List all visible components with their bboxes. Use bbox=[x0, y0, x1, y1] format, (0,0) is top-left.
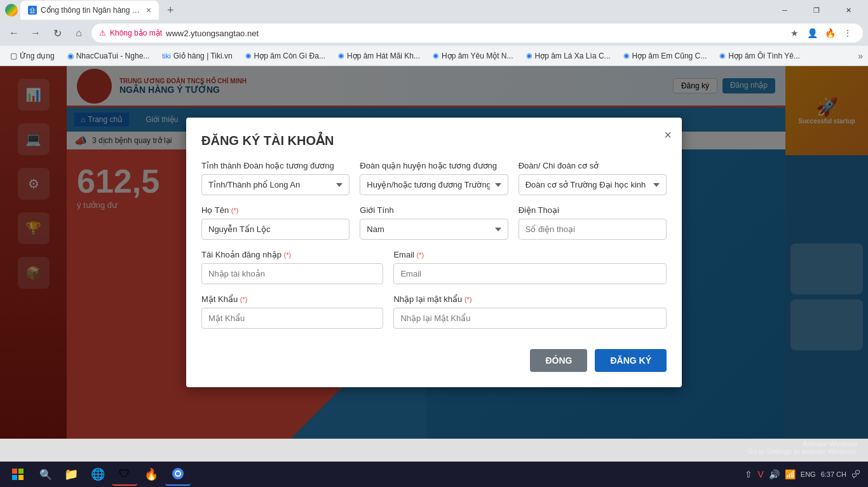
activate-watermark: Activate Windows Go to Settings to activ… bbox=[747, 440, 858, 455]
bookmark-nhaccuatui-label: NhacCuaTui - Nghe... bbox=[76, 51, 150, 60]
gender-select[interactable]: Nam Nữ bbox=[360, 219, 508, 240]
bookmark-hopam6[interactable]: ◉ Hợp âm Ôi Tình Yê... bbox=[714, 50, 805, 62]
district-select[interactable]: Huyện/hoặc tương đương Trường bbox=[360, 174, 508, 195]
taskbar-chrome[interactable] bbox=[165, 463, 191, 486]
browser-tab[interactable]: 🏦 Cổng thông tin Ngân hàng Ý tưở... × bbox=[20, 1, 159, 20]
district-label: Đoàn quận huyện hoặc tương đương bbox=[360, 161, 508, 170]
menu-icon[interactable]: ⋮ bbox=[840, 25, 855, 41]
bookmark-hopam3-label: Hợp âm Yêu Một N... bbox=[442, 51, 513, 60]
close-modal-button[interactable]: ĐÓNG bbox=[530, 349, 587, 372]
tray-notifications-icon[interactable]: 🗪 bbox=[851, 469, 860, 479]
phone-group: Điện Thoại bbox=[519, 205, 667, 240]
reload-button[interactable]: ↻ bbox=[48, 24, 66, 42]
svg-rect-2 bbox=[12, 475, 17, 480]
bookmark-nhaccuatui[interactable]: ◉ NhacCuaTui - Nghe... bbox=[62, 50, 155, 62]
extension-icon[interactable]: 🔥 bbox=[822, 25, 837, 41]
svg-point-6 bbox=[176, 472, 180, 476]
modal-close-button[interactable]: × bbox=[664, 128, 672, 142]
province-label: Tỉnh thành Đoàn hoặc tương đương bbox=[201, 161, 349, 170]
back-button[interactable]: ← bbox=[5, 24, 23, 42]
tray-time: 6:37 CH bbox=[821, 470, 846, 478]
taskbar-search-button[interactable]: 🔍 bbox=[34, 463, 57, 486]
branch-group: Đoàn/ Chi đoàn cơ sở Đoàn cơ sở Trường Đ… bbox=[519, 161, 667, 195]
province-group: Tỉnh thành Đoàn hoặc tương đương Tỉnh/Th… bbox=[201, 161, 349, 195]
bookmark-hopam3[interactable]: ◉ Hợp âm Yêu Một N... bbox=[428, 50, 518, 62]
profile-icon[interactable]: 👤 bbox=[804, 25, 820, 41]
fullname-required: (*) bbox=[231, 207, 239, 214]
bookmarks-bar: ▢ Ứng dụng ◉ NhacCuaTui - Nghe... tiki G… bbox=[0, 46, 868, 66]
new-tab-button[interactable]: + bbox=[161, 1, 179, 19]
password-group: Mật Khẩu (*) bbox=[201, 294, 383, 329]
email-label: Email (*) bbox=[393, 250, 667, 259]
bookmark-hopam5-label: Hợp âm Em Cũng C... bbox=[632, 51, 707, 60]
tray-network-icon[interactable]: 📶 bbox=[785, 469, 796, 479]
password-input[interactable] bbox=[201, 308, 383, 329]
taskbar: 🔍 📁 🌐 🛡 🔥 ⇧ V 🔊 📶 ENG 6:37 CH 🗪 bbox=[0, 462, 868, 487]
bookmark-star-icon[interactable]: ★ bbox=[787, 25, 802, 41]
taskbar-browser[interactable]: 🌐 bbox=[85, 463, 111, 486]
bookmark-hopam5[interactable]: ◉ Hợp âm Em Cũng C... bbox=[618, 50, 712, 62]
email-group: Email (*) bbox=[393, 250, 667, 284]
tab-title: Cổng thông tin Ngân hàng Ý tưở... bbox=[41, 6, 142, 15]
tab-close-btn[interactable]: × bbox=[146, 5, 151, 15]
svg-rect-3 bbox=[18, 475, 24, 480]
taskbar-firefox[interactable]: 🔥 bbox=[139, 463, 164, 486]
bookmark-hopam2-label: Hợp âm Hát Mãi Kh... bbox=[347, 51, 420, 60]
forward-button[interactable]: → bbox=[27, 24, 44, 42]
svg-rect-0 bbox=[12, 469, 17, 474]
password-label: Mật Khẩu (*) bbox=[201, 294, 383, 304]
close-button[interactable]: ✕ bbox=[834, 0, 863, 20]
modal-overlay: ĐĂNG KÝ TÀI KHOẢN × Tỉnh thành Đoàn hoặc… bbox=[0, 66, 868, 439]
tray-up-icon[interactable]: ⇧ bbox=[745, 469, 752, 479]
fullname-group: Họ Tên (*) bbox=[201, 205, 349, 240]
bookmark-hopam2[interactable]: ◉ Hợp âm Hát Mãi Kh... bbox=[333, 50, 425, 62]
bookmark-hopam4-label: Hợp âm Lá Xa Lìa C... bbox=[535, 51, 611, 60]
confirm-password-label: Nhập lại mật khẩu (*) bbox=[393, 294, 667, 304]
home-button[interactable]: ⌂ bbox=[70, 24, 88, 42]
fullname-label: Họ Tên (*) bbox=[201, 205, 349, 215]
tray-volume-icon[interactable]: 🔊 bbox=[769, 469, 780, 479]
security-warning: Không bảo mật bbox=[110, 29, 162, 38]
maximize-button[interactable]: ❐ bbox=[802, 0, 831, 20]
modal-title: ĐĂNG KÝ TÀI KHOẢN bbox=[201, 133, 667, 148]
gender-group: Giới Tính Nam Nữ bbox=[360, 205, 508, 240]
phone-input[interactable] bbox=[519, 219, 667, 240]
bookmark-tiki-label: Giỏ hàng | Tiki.vn bbox=[173, 51, 233, 60]
registration-modal: ĐĂNG KÝ TÀI KHOẢN × Tỉnh thành Đoàn hoặc… bbox=[186, 118, 682, 387]
username-input[interactable] bbox=[201, 263, 383, 284]
submit-register-button[interactable]: ĐĂNG KÝ bbox=[595, 349, 667, 372]
confirm-password-group: Nhập lại mật khẩu (*) bbox=[393, 294, 667, 329]
url-text: www2.ytuongsangtao.net bbox=[166, 29, 259, 38]
username-label: Tài Khoản đăng nhập (*) bbox=[201, 250, 383, 259]
bookmark-tiki[interactable]: tiki Giỏ hàng | Tiki.vn bbox=[157, 50, 237, 62]
start-button[interactable] bbox=[3, 463, 33, 486]
taskbar-file-explorer[interactable]: 📁 bbox=[58, 463, 84, 486]
email-input[interactable] bbox=[393, 263, 667, 284]
branch-select[interactable]: Đoàn cơ sở Trường Đại học kinh bbox=[519, 174, 667, 195]
bookmark-apps-label: Ứng dụng bbox=[20, 51, 55, 60]
bookmark-hopam6-label: Hợp âm Ôi Tình Yê... bbox=[728, 51, 800, 60]
confirm-password-input[interactable] bbox=[393, 308, 667, 329]
gender-label: Giới Tính bbox=[360, 205, 508, 215]
bookmark-hopam4[interactable]: ◉ Hợp âm Lá Xa Lìa C... bbox=[521, 50, 616, 62]
taskbar-shield[interactable]: 🛡 bbox=[112, 463, 137, 486]
bookmarks-more-icon[interactable]: » bbox=[858, 51, 863, 61]
svg-rect-1 bbox=[18, 469, 24, 474]
province-select[interactable]: Tỉnh/Thành phố Long An bbox=[201, 174, 349, 195]
branch-label: Đoàn/ Chi đoàn cơ sở bbox=[519, 161, 667, 170]
username-group: Tài Khoản đăng nhập (*) bbox=[201, 250, 383, 284]
tray-v-icon[interactable]: V bbox=[757, 469, 763, 479]
fullname-input[interactable] bbox=[201, 219, 349, 240]
system-tray: ⇧ V 🔊 📶 ENG 6:37 CH 🗪 bbox=[740, 469, 865, 479]
bookmark-apps[interactable]: ▢ Ứng dụng bbox=[5, 50, 60, 62]
phone-label: Điện Thoại bbox=[519, 205, 667, 215]
tray-language[interactable]: ENG bbox=[801, 470, 816, 478]
bookmark-hopam1-label: Hợp âm Còn Gì Đa... bbox=[254, 51, 325, 60]
minimize-button[interactable]: ─ bbox=[770, 0, 799, 20]
address-bar[interactable]: ⚠ Không bảo mật www2.ytuongsangtao.net ★… bbox=[92, 24, 863, 43]
district-group: Đoàn quận huyện hoặc tương đương Huyện/h… bbox=[360, 161, 508, 195]
bookmark-hopam1[interactable]: ◉ Hợp âm Còn Gì Đa... bbox=[240, 50, 330, 62]
